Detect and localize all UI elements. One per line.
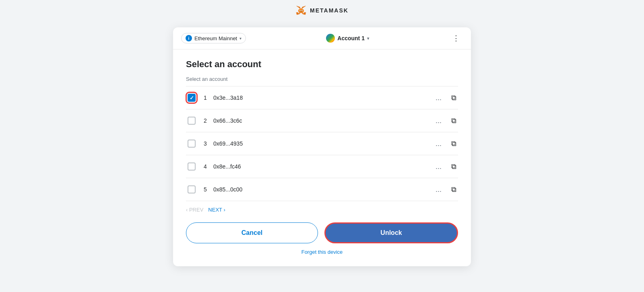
account-export-icon-3[interactable]: ⧉ (450, 140, 458, 148)
account-options-1[interactable]: ... (432, 94, 445, 102)
table-row: 1 0x3e...3a18 ... ⧉ (186, 86, 458, 109)
account-chevron-icon: ▾ (367, 36, 369, 41)
table-row: 4 0x8e...fc46 ... ⧉ (186, 155, 458, 178)
chevron-down-icon: ▾ (239, 36, 242, 41)
svg-point-12 (302, 10, 303, 11)
account-options-5[interactable]: ... (432, 185, 445, 194)
more-menu-button[interactable]: ⋮ (449, 32, 463, 44)
svg-marker-0 (301, 6, 305, 9)
account-num-2: 2 (202, 117, 208, 124)
popup-header: i Ethereum Mainnet ▾ Account 1 ▾ ⋮ (173, 27, 471, 49)
account-options-4[interactable]: ... (432, 162, 445, 171)
account-num-1: 1 (202, 95, 208, 101)
account-num-3: 3 (202, 140, 208, 147)
account-num-5: 5 (202, 186, 208, 193)
pagination: ‹ PREV NEXT › (186, 201, 458, 221)
account-addr-4: 0x8e...fc46 (213, 163, 427, 170)
table-row: 5 0x85...0c00 ... ⧉ (186, 178, 458, 201)
account-addr-3: 0x69...4935 (213, 140, 427, 147)
network-icon: i (186, 35, 192, 41)
table-row: 2 0x66...3c6c ... ⧉ (186, 109, 458, 132)
checkbox-checked-icon (188, 94, 196, 102)
checkbox-4[interactable] (186, 161, 197, 172)
account-addr-2: 0x66...3c6c (213, 117, 427, 124)
network-label: Ethereum Mainnet (194, 35, 237, 41)
account-options-2[interactable]: ... (432, 117, 445, 125)
account-name: Account 1 (337, 35, 365, 41)
account-export-icon-5[interactable]: ⧉ (450, 185, 458, 194)
metamask-fox-icon (295, 5, 307, 16)
account-export-icon-2[interactable]: ⧉ (450, 117, 458, 125)
table-row: 3 0x69...4935 ... ⧉ (186, 132, 458, 155)
checkbox-unchecked-icon (188, 162, 196, 171)
checkbox-unchecked-icon (188, 140, 196, 148)
account-export-icon-4[interactable]: ⧉ (450, 162, 458, 171)
unlock-button[interactable]: Unlock (324, 222, 458, 243)
account-pill[interactable]: Account 1 ▾ (326, 34, 369, 43)
checkbox-3[interactable] (186, 138, 197, 149)
account-addr-1: 0x3e...3a18 (213, 95, 427, 101)
checkbox-unchecked-icon (188, 185, 196, 193)
cancel-button[interactable]: Cancel (186, 222, 318, 243)
svg-point-11 (299, 10, 300, 11)
top-bar: METAMASK (0, 0, 644, 21)
forget-device-link[interactable]: Forget this device (186, 249, 458, 255)
app-title: METAMASK (310, 7, 349, 14)
account-options-3[interactable]: ... (432, 140, 445, 148)
network-selector[interactable]: i Ethereum Mainnet ▾ (181, 33, 246, 43)
account-avatar (326, 34, 335, 43)
page-title: Select an account (186, 59, 458, 70)
account-addr-5: 0x85...0c00 (213, 186, 427, 193)
checkbox-2[interactable] (186, 115, 197, 126)
checkbox-5[interactable] (186, 184, 197, 195)
account-list: 1 0x3e...3a18 ... ⧉ 2 0x66...3c6c ... ⧉ (186, 86, 458, 201)
next-page-button[interactable]: NEXT › (208, 207, 225, 213)
main-area: i Ethereum Mainnet ▾ Account 1 ▾ ⋮ Selec… (0, 21, 644, 292)
svg-marker-3 (296, 12, 299, 15)
checkbox-unchecked-icon (188, 117, 196, 125)
account-export-icon-1[interactable]: ⧉ (450, 94, 458, 102)
button-row: Cancel Unlock (186, 222, 458, 243)
svg-point-8 (298, 8, 304, 13)
svg-marker-2 (303, 12, 306, 15)
account-num-4: 4 (202, 163, 208, 170)
popup-content: Select an account Select an account 1 0x… (173, 49, 471, 266)
popup-card: i Ethereum Mainnet ▾ Account 1 ▾ ⋮ Selec… (173, 27, 471, 266)
svg-marker-1 (297, 6, 300, 9)
prev-page-button[interactable]: ‹ PREV (186, 207, 203, 213)
section-label: Select an account (186, 76, 458, 82)
checkbox-1[interactable] (186, 92, 197, 103)
